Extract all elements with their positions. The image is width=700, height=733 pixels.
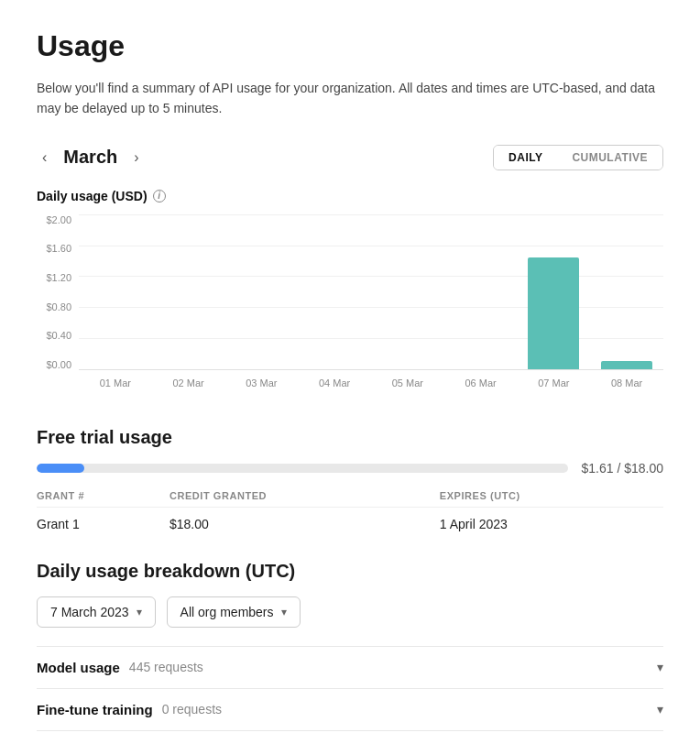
date-filter-label: 7 March 2023: [50, 605, 129, 619]
y-label-2: $0.80: [46, 301, 71, 312]
member-filter-chevron-icon: ▾: [281, 606, 287, 618]
grant-table-header-row: GRANT # CREDIT GRANTED EXPIRES (UTC): [37, 490, 663, 508]
grant-table: GRANT # CREDIT GRANTED EXPIRES (UTC) Gra…: [37, 490, 663, 531]
daily-toggle-button[interactable]: DAILY: [494, 146, 557, 170]
page-title: Usage: [37, 29, 663, 63]
x-label-1: 02 Mar: [152, 372, 225, 398]
y-label-1: $0.40: [46, 330, 71, 341]
trial-amount-label: $1.61 / $18.00: [581, 461, 663, 476]
bar-6: [528, 257, 579, 369]
bar-slot-1: [152, 214, 225, 369]
bar-slot-5: [444, 214, 518, 369]
bar-slot-3: [298, 214, 371, 369]
breakdown-title: Daily usage breakdown (UTC): [37, 561, 663, 582]
fine-tune-left: Fine-tune training 0 requests: [37, 702, 222, 717]
grant-row-1-number: Grant 1: [37, 507, 170, 531]
cumulative-toggle-button[interactable]: CUMULATIVE: [557, 146, 662, 170]
bar-slot-4: [371, 214, 444, 369]
chart-y-axis: $2.00 $1.60 $1.20 $0.80 $0.40 $0.00: [37, 214, 79, 370]
grant-table-head: GRANT # CREDIT GRANTED EXPIRES (UTC): [37, 490, 663, 508]
bar-slot-0: [79, 214, 152, 369]
prev-month-button[interactable]: ‹: [37, 148, 52, 168]
breakdown-section: Daily usage breakdown (UTC) 7 March 2023…: [37, 561, 663, 731]
next-month-button[interactable]: ›: [128, 148, 144, 168]
date-filter-chevron-icon: ▾: [137, 606, 142, 618]
x-label-5: 06 Mar: [444, 372, 518, 398]
current-month-label: March: [63, 147, 117, 168]
y-label-3: $1.20: [46, 272, 71, 283]
grant-col-expires: EXPIRES (UTC): [440, 490, 663, 508]
grant-col-credit: CREDIT GRANTED: [170, 490, 440, 508]
progress-bar-background: [37, 464, 568, 473]
y-label-4: $1.60: [46, 243, 71, 254]
x-label-4: 05 Mar: [371, 372, 444, 398]
grant-row-1: Grant 1 $18.00 1 April 2023: [37, 507, 663, 531]
model-usage-label: Model usage: [37, 660, 120, 675]
page-description: Below you'll find a summary of API usage…: [37, 78, 663, 119]
model-usage-chevron-icon: ▾: [657, 660, 663, 674]
month-nav-left: ‹ March ›: [37, 147, 145, 168]
fine-tune-label: Fine-tune training: [37, 702, 153, 717]
fine-tune-accordion[interactable]: Fine-tune training 0 requests ▾: [37, 688, 663, 731]
fine-tune-chevron-icon: ▾: [657, 702, 663, 717]
x-label-7: 08 Mar: [590, 372, 663, 398]
bars-area: [79, 214, 663, 369]
chart-info-icon[interactable]: i: [153, 190, 166, 202]
x-label-0: 01 Mar: [79, 372, 152, 398]
model-usage-left: Model usage 445 requests: [37, 660, 203, 675]
chart-title-row: Daily usage (USD) i: [37, 189, 663, 203]
view-toggle-group: DAILY CUMULATIVE: [493, 145, 663, 170]
progress-bar-fill: [37, 464, 84, 473]
chart-plot: [79, 214, 663, 370]
chart-x-axis: 01 Mar 02 Mar 03 Mar 04 Mar 05 Mar 06 Ma…: [79, 372, 663, 398]
bar-slot-2: [225, 214, 299, 369]
x-label-2: 03 Mar: [225, 372, 299, 398]
y-label-0: $0.00: [46, 359, 71, 370]
bar-slot-6: [518, 214, 591, 369]
date-filter-dropdown[interactable]: 7 March 2023 ▾: [37, 596, 156, 628]
grant-row-1-credit: $18.00: [170, 507, 440, 531]
model-usage-accordion[interactable]: Model usage 445 requests ▾: [37, 646, 663, 688]
grant-table-body: Grant 1 $18.00 1 April 2023: [37, 507, 663, 531]
free-trial-section: Free trial usage $1.61 / $18.00 GRANT # …: [37, 427, 663, 531]
daily-usage-chart-section: Daily usage (USD) i $2.00 $1.60 $1.20 $0…: [37, 189, 663, 398]
grant-row-1-expires: 1 April 2023: [440, 507, 663, 531]
trial-usage-bar-row: $1.61 / $18.00: [37, 461, 663, 476]
model-usage-count: 445 requests: [129, 660, 203, 674]
x-label-6: 07 Mar: [518, 372, 591, 398]
member-filter-dropdown[interactable]: All org members ▾: [167, 596, 301, 628]
y-label-5: $2.00: [46, 214, 71, 225]
breakdown-filters: 7 March 2023 ▾ All org members ▾: [37, 596, 663, 628]
member-filter-label: All org members: [180, 605, 274, 619]
fine-tune-count: 0 requests: [162, 702, 222, 717]
free-trial-title: Free trial usage: [37, 427, 663, 448]
month-nav-row: ‹ March › DAILY CUMULATIVE: [37, 145, 663, 170]
bar-7: [601, 361, 652, 368]
chart-container: $2.00 $1.60 $1.20 $0.80 $0.40 $0.00: [37, 214, 663, 398]
grant-col-number: GRANT #: [37, 490, 170, 508]
x-label-3: 04 Mar: [298, 372, 371, 398]
bar-slot-7: [590, 214, 663, 369]
chart-title-label: Daily usage (USD): [37, 189, 148, 203]
